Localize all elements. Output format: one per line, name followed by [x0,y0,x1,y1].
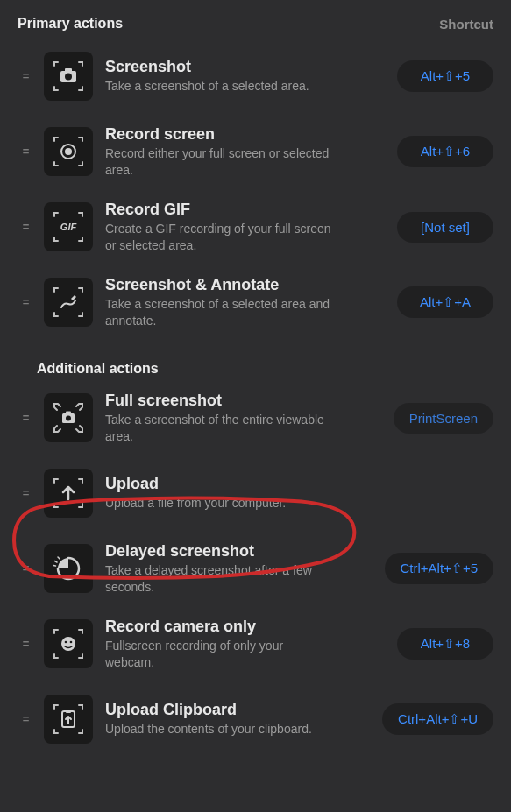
action-row[interactable]: = UploadUpload a file from your computer… [18,455,493,531]
primary-actions-heading: Primary actions [18,16,123,32]
action-title: Record screen [105,125,390,144]
action-description: Fullscreen recording of only your webcam… [105,638,333,671]
additional-actions-list: = Full screenshotTake a screenshot of th… [18,380,493,757]
additional-actions-heading: Additional actions [37,361,493,377]
action-title: Screenshot [105,58,390,76]
drag-handle-icon[interactable]: = [18,489,35,498]
action-text: Record camera onlyFullscreen recording o… [105,618,397,671]
action-description: Take a screenshot of a selected area. [105,78,333,95]
shortcut-button[interactable]: Alt+⇧+5 [397,60,493,92]
action-description: Upload the contents of your clipboard. [105,721,333,738]
shortcut-button[interactable]: PrintScreen [394,403,493,434]
drag-handle-icon[interactable]: = [18,564,35,573]
drag-handle-icon[interactable]: = [18,715,35,724]
action-title: Upload Clipboard [105,701,375,719]
drag-handle-icon[interactable]: = [18,147,35,156]
record-screen-icon [44,127,93,176]
svg-text:GIF: GIF [60,222,77,232]
shortcut-column-heading: Shortcut [439,17,493,32]
action-description: Record either your full screen or select… [105,145,333,179]
action-description: Take a screenshot of the entire viewable… [105,412,333,445]
action-title: Screenshot & Annotate [105,276,390,294]
upload-icon [44,469,93,518]
action-row[interactable]: = Record screenRecord either your full s… [18,114,493,189]
action-title: Record GIF [105,201,390,219]
shortcut-button[interactable]: Alt+⇧+A [397,286,493,318]
svg-point-2 [65,74,72,81]
svg-rect-1 [65,68,72,72]
action-row[interactable]: = Screenshot & AnnotateTake a screenshot… [18,265,493,340]
action-description: Upload a file from your computer. [105,495,333,512]
full-screenshot-icon [44,393,93,442]
drag-handle-icon[interactable]: = [18,222,35,231]
action-row[interactable]: = Upload ClipboardUpload the contents of… [18,681,493,757]
svg-point-8 [66,416,71,421]
drag-handle-icon[interactable]: = [18,413,35,422]
action-row[interactable]: = Full screenshotTake a screenshot of th… [18,380,493,455]
delayed-icon [44,544,93,593]
action-text: Record GIFCreate a GIF recording of your… [105,201,397,254]
action-description: Take a screenshot of a selected area and… [105,296,333,329]
svg-point-9 [61,637,75,651]
svg-point-11 [70,641,73,644]
action-row[interactable]: = GIF Record GIFCreate a GIF recording o… [18,189,493,265]
action-text: Full screenshotTake a screenshot of the … [105,392,394,445]
action-text: Record screenRecord either your full scr… [105,125,397,179]
svg-rect-13 [66,710,71,713]
shortcut-button[interactable]: Alt+⇧+8 [397,628,493,660]
gif-icon: GIF [44,202,93,251]
action-title: Upload [105,475,390,493]
action-text: Upload ClipboardUpload the contents of y… [105,701,382,738]
action-text: ScreenshotTake a screenshot of a selecte… [105,58,397,95]
upload-clipboard-icon [44,695,93,744]
action-text: Delayed screenshotTake a delayed screens… [105,542,385,596]
shortcut-button[interactable]: Ctrl+Alt+⇧+5 [385,553,493,584]
camera-only-icon [44,619,93,668]
svg-point-10 [65,641,67,644]
shortcut-button[interactable]: [Not set] [397,212,493,243]
action-row[interactable]: = Record camera onlyFullscreen recording… [18,606,493,681]
shortcut-button[interactable] [397,485,493,501]
action-row[interactable]: = ScreenshotTake a screenshot of a selec… [18,39,493,114]
action-title: Record camera only [105,618,390,636]
svg-rect-7 [66,412,71,414]
action-description: Create a GIF recording of your full scre… [105,221,333,254]
annotate-icon [44,278,93,327]
action-text: UploadUpload a file from your computer. [105,475,397,512]
header-row: Primary actions Shortcut [18,16,493,32]
drag-handle-icon[interactable]: = [18,639,35,648]
drag-handle-icon[interactable]: = [18,298,35,307]
svg-point-4 [65,148,72,155]
action-title: Delayed screenshot [105,542,378,561]
action-title: Full screenshot [105,392,387,410]
camera-icon [44,52,93,101]
shortcut-button[interactable]: Ctrl+Alt+⇧+U [382,703,493,735]
action-description: Take a delayed screenshot after a few se… [105,562,333,596]
primary-actions-list: = ScreenshotTake a screenshot of a selec… [18,39,493,340]
action-text: Screenshot & AnnotateTake a screenshot o… [105,276,397,329]
shortcut-button[interactable]: Alt+⇧+6 [397,136,493,167]
action-row[interactable]: = Delayed screenshotTake a delayed scree… [18,531,493,606]
drag-handle-icon[interactable]: = [18,72,35,81]
